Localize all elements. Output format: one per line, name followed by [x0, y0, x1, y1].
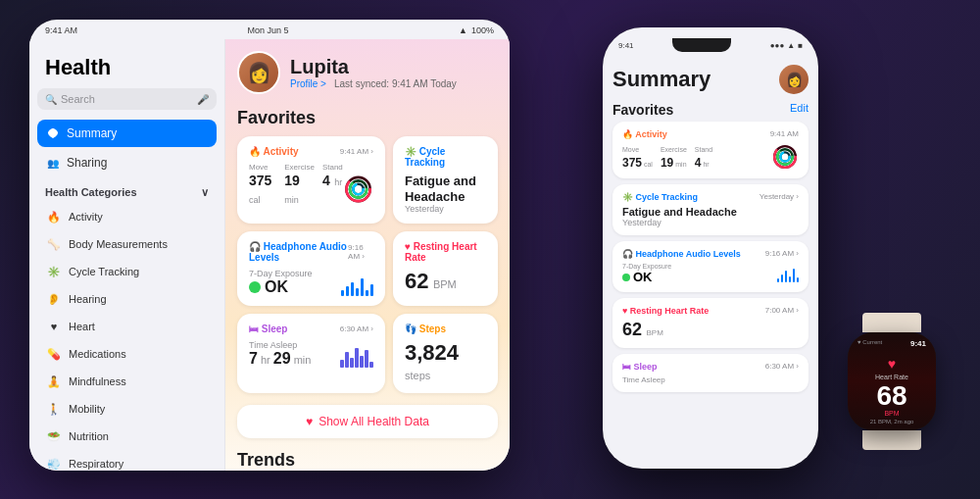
category-hearing[interactable]: 👂 Hearing — [37, 285, 217, 313]
category-medications[interactable]: 💊 Medications — [37, 340, 217, 368]
cycle-tracking-label: Cycle Tracking — [69, 266, 139, 277]
iphone-cycle-time: Yesterday › — [760, 192, 799, 202]
respiratory-icon: 💨 — [45, 455, 63, 471]
iphone-favorites-section: Favorites Edit — [612, 102, 808, 118]
category-mindfulness[interactable]: 🧘 Mindfulness — [37, 368, 217, 395]
iphone-headphone-time: 9:16 AM › — [765, 249, 799, 259]
steps-unit: steps — [405, 370, 430, 381]
headphone-card-title: 🎧 Headphone Audio Levels — [249, 241, 348, 263]
heart-rate-value: 62 — [405, 269, 428, 293]
iphone-exercise-stat: Exercise 19 min — [661, 146, 687, 171]
last-synced: Last synced: 9:41 AM Today — [334, 78, 457, 89]
iphone-stand-stat: Stand 4 hr — [695, 146, 712, 171]
activity-stats: Move 375 cal Exercise 19 min Stand 4 hr — [249, 163, 343, 207]
category-nutrition[interactable]: 🥗 Nutrition — [37, 423, 217, 450]
cycle-card-title: ✳️ Cycle Tracking — [405, 146, 486, 168]
category-body-measurements[interactable]: 🦴 Body Measurements — [37, 230, 217, 258]
headphone-audio-card[interactable]: 🎧 Headphone Audio Levels 9:16 AM › 7-Day… — [237, 231, 385, 306]
ipad-date: Mon Jun 5 — [248, 25, 289, 35]
move-stat: Move 375 cal — [249, 163, 276, 207]
trends-title: Trends — [237, 450, 498, 471]
activity-card[interactable]: 🔥 Activity 9:41 AM › Move 375 cal Exerci… — [237, 136, 385, 224]
summary-nav-icon — [45, 125, 61, 141]
iphone-device: 9:41 ●●● ▲ ■ Summary 👩 Favorites Edit 🔥 … — [603, 27, 818, 469]
iphone-notch — [672, 38, 731, 52]
iphone-heart-time: 7:00 AM › — [765, 306, 799, 316]
show-all-label: Show All Health Data — [318, 415, 429, 428]
watch-screen: ♥ Current 9:41 ♥ Heart Rate 68 BPM 21 BP… — [848, 332, 936, 430]
resting-heart-rate-card[interactable]: ♥ Resting Heart Rate 62 BPM — [393, 231, 498, 306]
edit-button[interactable]: Edit — [790, 102, 808, 118]
watch-body: ♥ Current 9:41 ♥ Heart Rate 68 BPM 21 BP… — [848, 332, 936, 430]
category-mobility[interactable]: 🚶 Mobility — [37, 395, 217, 423]
sidebar-title: Health — [37, 51, 217, 88]
iphone-signal-icon: ●●● — [770, 41, 785, 50]
iphone-activity-title: 🔥 Activity — [622, 129, 667, 139]
cycle-icon: ✳️ — [45, 263, 63, 280]
watch-unit: BPM — [884, 410, 899, 417]
iphone-ok-dot — [622, 274, 630, 281]
iphone-battery-icon: ■ — [798, 41, 803, 50]
iphone-heart-title: ♥ Resting Heart Rate — [622, 306, 709, 316]
watch-sub: 21 BPM, 2m ago — [870, 419, 914, 424]
cycle-card-header: ✳️ Cycle Tracking — [405, 146, 486, 168]
activity-card-header: 🔥 Activity 9:41 AM › — [249, 146, 373, 157]
sidebar-search[interactable]: 🔍 Search 🎤 — [37, 88, 217, 110]
iphone-sleep-title: 🛏 Sleep — [622, 362, 658, 372]
iphone-avatar[interactable]: 👩 — [779, 65, 808, 94]
sleep-card-title: 🛏 Sleep — [249, 324, 287, 334]
iphone-heart-rate-card[interactable]: ♥ Resting Heart Rate 7:00 AM › 62 BPM — [612, 298, 808, 348]
show-all-health-data-button[interactable]: ♥ Show All Health Data — [237, 405, 498, 438]
iphone-audio-bars — [777, 265, 799, 282]
iphone-sleep-label: Time Asleep — [622, 375, 799, 384]
stand-stat: Stand 4 hr — [322, 163, 343, 207]
iphone-headphone-header: 🎧 Headphone Audio Levels 9:16 AM › — [622, 249, 799, 259]
favorites-title: Favorites — [237, 108, 498, 128]
category-cycle-tracking[interactable]: ✳️ Cycle Tracking — [37, 258, 217, 285]
iphone-heart-value: 62 — [622, 320, 642, 339]
sleep-card-time: 6:30 AM › — [340, 324, 373, 333]
iphone-ok-badge: OK — [622, 270, 671, 284]
iphone-activity-stats: Move 375 cal Exercise 19 min Stand 4 hr — [622, 146, 712, 171]
iphone-headphone-card[interactable]: 🎧 Headphone Audio Levels 9:16 AM › 7-Day… — [612, 241, 808, 292]
avatar: 👩 — [237, 51, 280, 94]
iphone-activity-header: 🔥 Activity 9:41 AM — [622, 129, 799, 139]
iphone-sleep-card[interactable]: 🛏 Sleep 6:30 AM › Time Asleep — [612, 354, 808, 392]
apple-watch-device: ♥ Current 9:41 ♥ Heart Rate 68 BPM 21 BP… — [833, 313, 951, 450]
category-activity[interactable]: 🔥 Activity — [37, 203, 217, 230]
heart-card-content: 62 BPM — [405, 269, 486, 294]
ipad-statusbar-right: ▲ 100% — [459, 25, 494, 35]
profile-link[interactable]: Profile > — [290, 78, 326, 89]
sharing-label: Sharing — [67, 156, 107, 170]
iphone-cycle-sub: Yesterday — [622, 218, 799, 227]
iphone-cycle-header: ✳️ Cycle Tracking Yesterday › — [622, 192, 799, 202]
category-heart[interactable]: ♥ Heart — [37, 313, 217, 340]
sleep-card[interactable]: 🛏 Sleep 6:30 AM › Time Asleep 7 hr 29 mi… — [237, 314, 385, 393]
hearing-icon: 👂 — [45, 290, 63, 308]
activity-card-time: 9:41 AM › — [340, 147, 373, 156]
steps-card[interactable]: 👣 Steps 3,824 steps — [393, 314, 498, 393]
sidebar-item-sharing[interactable]: 👥 Sharing — [37, 149, 217, 176]
watch-bpm: 68 — [876, 382, 906, 410]
search-placeholder: Search — [61, 93, 95, 105]
watch-time: 9:41 — [910, 339, 928, 348]
headphone-card-header: 🎧 Headphone Audio Levels 9:16 AM › — [249, 241, 373, 263]
search-icon: 🔍 — [45, 94, 57, 105]
iphone-statusbar: 9:41 ●●● ▲ ■ — [603, 27, 818, 55]
steps-value: 3,824 — [405, 340, 459, 365]
profile-name: Lupita — [290, 56, 457, 78]
watch-status: ♥ Current — [856, 339, 882, 345]
favorites-grid: 🔥 Activity 9:41 AM › Move 375 cal Exerci… — [237, 136, 498, 393]
iphone-cycle-title: ✳️ Cycle Tracking — [622, 192, 698, 202]
sleep-card-content: Time Asleep 7 hr 29 min — [249, 340, 373, 368]
watch-heart-icon: ♥ — [888, 356, 896, 372]
sidebar-item-summary[interactable]: Summary — [37, 120, 217, 147]
health-categories-header: Health Categories ∨ — [37, 178, 217, 203]
battery-icon: 100% — [471, 25, 494, 35]
iphone-headphone-title: 🎧 Headphone Audio Levels — [622, 249, 741, 259]
iphone-activity-card[interactable]: 🔥 Activity 9:41 AM Move 375 cal Exercise… — [612, 122, 808, 178]
cycle-tracking-card[interactable]: ✳️ Cycle Tracking Fatigue and Headache Y… — [393, 136, 498, 224]
category-respiratory[interactable]: 💨 Respiratory — [37, 450, 217, 471]
iphone-cycle-card[interactable]: ✳️ Cycle Tracking Yesterday › Fatigue an… — [612, 184, 808, 235]
ipad-time: 9:41 AM — [45, 25, 77, 35]
